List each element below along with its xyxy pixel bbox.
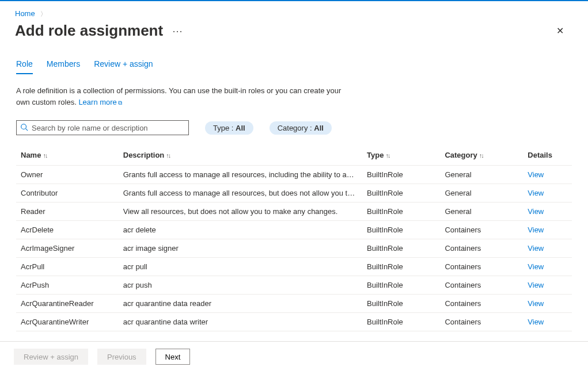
role-description-cell: Grants full access to manage all resourc… [119,184,362,203]
column-header-description[interactable]: Description ↑↓ [119,145,362,166]
column-header-name[interactable]: Name ↑↓ [16,145,119,166]
role-type-cell: BuiltInRole [362,203,440,221]
role-name-cell: AcrImageSigner [16,239,119,258]
filter-category-pill[interactable]: Category : All [270,121,332,135]
role-category-cell: Containers [440,258,523,276]
role-description-cell: View all resources, but does not allow y… [119,203,362,221]
close-icon[interactable]: ✕ [552,23,568,39]
learn-more-link[interactable]: Learn more⧉ [78,98,122,106]
role-category-cell: Containers [440,221,523,239]
role-type-cell: BuiltInRole [362,276,440,295]
view-details-link[interactable]: View [528,299,544,308]
description-body: A role definition is a collection of per… [16,86,341,106]
sort-icon: ↑↓ [479,152,483,159]
role-description-cell: acr quarantine data reader [119,295,362,313]
column-header-details: Details [523,145,572,166]
role-description-cell: acr pull [119,258,362,276]
role-description-cell: Grants full access to manage all resourc… [119,166,362,184]
role-description-cell: acr delete [119,221,362,239]
role-category-cell: Containers [440,295,523,313]
role-type-cell: BuiltInRole [362,221,440,239]
breadcrumb: Home 〉 [0,1,588,20]
role-name-cell: AcrQuarantineWriter [16,313,119,331]
tab-role[interactable]: Role [16,59,33,74]
view-details-link[interactable]: View [528,207,544,216]
horizontal-scrollbar[interactable] [0,372,588,381]
view-details-link[interactable]: View [528,262,544,271]
sort-icon: ↑↓ [42,152,47,159]
role-name-cell: Reader [16,203,119,221]
view-details-link[interactable]: View [528,189,544,197]
next-button[interactable]: Next [155,349,191,365]
role-name-cell: AcrDelete [16,221,119,239]
filter-category-value: All [314,124,324,132]
roles-table: Name ↑↓ Description ↑↓ Type ↑↓ Category … [16,144,572,331]
svg-point-0 [21,124,26,129]
table-row[interactable]: ReaderView all resources, but does not a… [16,203,572,221]
role-category-cell: Containers [440,313,523,331]
tab-bar: Role Members Review + assign [0,43,588,75]
chevron-right-icon: 〉 [40,10,47,17]
role-type-cell: BuiltInRole [362,258,440,276]
filter-type-pill[interactable]: Type : All [205,121,253,135]
role-category-cell: General [440,203,523,221]
previous-button: Previous [97,349,146,365]
role-category-cell: General [440,166,523,184]
search-icon [20,123,28,133]
role-category-cell: General [440,184,523,203]
sort-icon: ↑↓ [385,152,389,159]
role-name-cell: AcrQuarantineReader [16,295,119,313]
filter-type-value: All [236,124,245,132]
column-header-type[interactable]: Type ↑↓ [362,145,440,166]
table-row[interactable]: AcrQuarantineWriteracr quarantine data w… [16,313,572,331]
role-name-cell: AcrPush [16,276,119,295]
role-type-cell: BuiltInRole [362,184,440,203]
search-input-container[interactable] [16,120,189,135]
table-row[interactable]: AcrQuarantineReaderacr quarantine data r… [16,295,572,313]
role-description-cell: acr quarantine data writer [119,313,362,331]
role-type-cell: BuiltInRole [362,166,440,184]
svg-line-1 [26,128,28,131]
table-row[interactable]: OwnerGrants full access to manage all re… [16,166,572,184]
table-row[interactable]: AcrPushacr pushBuiltInRoleContainersView [16,276,572,295]
filter-category-label: Category : [278,124,314,132]
search-input[interactable] [28,123,185,133]
role-name-cell: AcrPull [16,258,119,276]
role-type-cell: BuiltInRole [362,313,440,331]
view-details-link[interactable]: View [528,170,544,179]
external-link-icon: ⧉ [118,100,122,106]
view-details-link[interactable]: View [528,318,544,326]
main-scroll-region[interactable]: Home 〉 Add role assignment ⋯ ✕ Role Memb… [0,1,588,341]
breadcrumb-home-link[interactable]: Home [15,9,35,18]
role-type-cell: BuiltInRole [362,295,440,313]
table-row[interactable]: ContributorGrants full access to manage … [16,184,572,203]
view-details-link[interactable]: View [528,244,544,253]
role-name-cell: Owner [16,166,119,184]
page-title: Add role assignment [15,22,163,40]
sort-icon: ↑↓ [165,152,170,159]
role-name-cell: Contributor [16,184,119,203]
description-text: A role definition is a collection of per… [0,75,369,108]
role-category-cell: Containers [440,276,523,295]
table-row[interactable]: AcrPullacr pullBuiltInRoleContainersView [16,258,572,276]
view-details-link[interactable]: View [528,226,544,234]
column-header-category[interactable]: Category ↑↓ [440,145,523,166]
review-assign-button: Review + assign [14,349,88,365]
role-category-cell: Containers [440,239,523,258]
more-actions-button[interactable]: ⋯ [172,26,183,36]
wizard-footer: Review + assign Previous Next [0,341,588,372]
role-type-cell: BuiltInRole [362,239,440,258]
view-details-link[interactable]: View [528,281,544,289]
table-row[interactable]: AcrDeleteacr deleteBuiltInRoleContainers… [16,221,572,239]
role-description-cell: acr push [119,276,362,295]
tab-review-assign[interactable]: Review + assign [94,59,153,74]
table-row[interactable]: AcrImageSigneracr image signerBuiltInRol… [16,239,572,258]
filter-type-label: Type : [213,124,236,132]
tab-members[interactable]: Members [47,59,80,74]
role-description-cell: acr image signer [119,239,362,258]
